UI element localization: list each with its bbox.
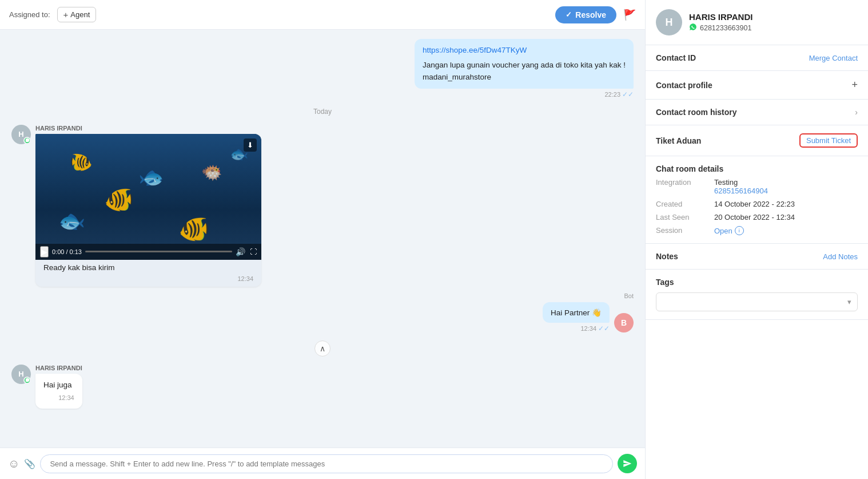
bot-label: Bot — [624, 292, 634, 299]
session-info-icon[interactable]: i — [735, 226, 744, 235]
bot-avatar: B — [614, 313, 634, 332]
outgoing-bubble: https://shope.ee/5fDw47TKyW Jangan lupa … — [415, 39, 634, 89]
input-area: ☺ 📎 — [0, 448, 645, 479]
contact-avatar: H — [656, 9, 682, 35]
chat-header: Assigned to: + Agent ✓ Resolve 🚩 — [0, 0, 645, 30]
messages-area: https://shope.ee/5fDw47TKyW Jangan lupa … — [0, 30, 645, 448]
agent-button[interactable]: + Agent — [57, 7, 97, 22]
send-button[interactable] — [618, 454, 637, 473]
whatsapp-dot-2 — [23, 377, 31, 384]
integration-value: Testing — [714, 178, 768, 187]
video-bubble: 🐠 🐟 🐠 🐡 🐟 🐠 🐟 ⬇ ▶ 0:00 / 0:13 — [35, 134, 261, 287]
sender-name-2: HARIS IRPANDI — [35, 365, 82, 371]
last-msg-time: 12:34 — [43, 393, 74, 403]
last-incoming-message: H HARIS IRPANDI Hai juga 12:34 — [11, 365, 634, 409]
add-profile-icon[interactable]: + — [851, 79, 858, 91]
last-seen-label: Last Seen — [656, 213, 707, 221]
incoming-bubble: Hai juga 12:34 — [35, 374, 82, 409]
tags-label: Tags — [656, 278, 858, 287]
contact-header: H HARIS IRPANDI 6281233663901 — [646, 0, 868, 45]
bot-message: Bot Hai Partner 👋 12:34 ✓✓ B — [11, 292, 634, 332]
download-button[interactable]: ⬇ — [244, 138, 257, 152]
video-controls: ▶ 0:00 / 0:13 🔊 ⛶ — [35, 244, 261, 260]
video-player: 🐠 🐟 🐠 🐡 🐟 🐠 🐟 ⬇ ▶ 0:00 / 0:13 — [35, 134, 261, 260]
check-icon: ✓ — [566, 10, 572, 19]
resolve-button[interactable]: ✓ Resolve — [555, 6, 616, 23]
incoming-video-message: H HARIS IRPANDI 🐠 🐟 🐠 🐡 — [11, 125, 634, 287]
outgoing-message: https://shope.ee/5fDw47TKyW Jangan lupa … — [11, 39, 634, 98]
tags-dropdown[interactable]: ▾ — [656, 292, 858, 311]
attach-button[interactable]: 📎 — [24, 458, 35, 469]
created-label: Created — [656, 200, 707, 208]
last-seen-row: Last Seen 20 October 2022 - 12:34 — [656, 213, 858, 221]
contact-room-history-label: Contact room history — [656, 108, 737, 117]
scroll-indicator: ∧ — [11, 341, 634, 357]
bot-tick-icon: ✓✓ — [598, 324, 610, 332]
session-label: Session — [656, 226, 707, 235]
created-value: 14 October 2022 - 22:23 — [714, 200, 795, 208]
msg-link: https://shope.ee/5fDw47TKyW — [423, 45, 626, 56]
play-button[interactable]: ▶ — [40, 246, 49, 258]
notes-section: Notes Add Notes — [646, 244, 868, 270]
video-message-time: 12:34 — [35, 274, 261, 287]
volume-icon[interactable]: 🔊 — [236, 247, 245, 256]
fullscreen-icon[interactable]: ⛶ — [250, 248, 257, 256]
whatsapp-dot — [23, 137, 31, 144]
avatar-wrap-2: H — [11, 365, 31, 384]
chat-room-details-section: Chat room details Integration Testing 62… — [646, 156, 868, 244]
contact-info: HARIS IRPANDI 6281233663901 — [689, 12, 858, 33]
contact-profile-section: Contact profile + — [646, 71, 868, 100]
merge-contact-button[interactable]: Merge Contact — [809, 54, 858, 62]
session-value: Open i — [714, 226, 744, 235]
date-divider: Today — [11, 108, 634, 116]
tiket-aduan-label: Tiket Aduan — [656, 136, 701, 145]
notes-label: Notes — [656, 252, 678, 261]
bot-content: Hai Partner 👋 12:34 ✓✓ — [543, 302, 610, 332]
contact-id-label: Contact ID — [656, 53, 696, 62]
double-tick-icon: ✓✓ — [622, 90, 634, 98]
scroll-up-button[interactable]: ∧ — [314, 341, 331, 357]
plus-icon: + — [63, 10, 69, 19]
created-row: Created 14 October 2022 - 22:23 — [656, 200, 858, 208]
contact-profile-label: Contact profile — [656, 81, 712, 90]
agent-button-label: Agent — [70, 10, 90, 19]
msg-content: HARIS IRPANDI 🐠 🐟 🐠 🐡 🐟 🐠 🐟 — [35, 125, 261, 287]
submit-ticket-button[interactable]: Submit Ticket — [799, 133, 858, 148]
tiket-aduan-section: Tiket Aduan Submit Ticket — [646, 125, 868, 156]
flag-icon[interactable]: 🚩 — [623, 9, 636, 21]
msg-text: Jangan lupa gunain voucher yang ada di t… — [423, 60, 626, 83]
contact-room-history-section[interactable]: Contact room history › — [646, 100, 868, 125]
tags-dropdown-arrow: ▾ — [847, 298, 851, 306]
right-sidebar: H HARIS IRPANDI 6281233663901 Contact ID… — [645, 0, 868, 479]
avatar-wrap: H — [11, 125, 31, 144]
emoji-button[interactable]: ☺ — [8, 457, 19, 470]
add-notes-button[interactable]: Add Notes — [823, 252, 858, 261]
bot-time: 12:34 ✓✓ — [580, 324, 610, 332]
chevron-right-icon[interactable]: › — [855, 108, 858, 117]
tags-section: Tags ▾ — [646, 270, 868, 320]
video-caption: Ready kak bisa kirim — [35, 260, 261, 274]
contact-id-section: Contact ID Merge Contact — [646, 45, 868, 71]
outgoing-time: 22:23 ✓✓ — [604, 90, 634, 98]
chat-container: Assigned to: + Agent ✓ Resolve 🚩 https:/… — [0, 0, 645, 479]
session-row: Session Open i — [656, 226, 858, 235]
contact-name: HARIS IRPANDI — [689, 12, 858, 22]
message-input[interactable] — [40, 454, 613, 473]
last-seen-value: 20 October 2022 - 12:34 — [714, 213, 795, 221]
sender-name: HARIS IRPANDI — [35, 125, 261, 132]
msg-content-2: HARIS IRPANDI Hai juga 12:34 — [35, 365, 82, 409]
bot-bubble: Hai Partner 👋 — [543, 302, 610, 323]
integration-id[interactable]: 6285156164904 — [714, 187, 768, 195]
progress-bar[interactable] — [85, 251, 232, 252]
assigned-label: Assigned to: — [9, 10, 50, 19]
integration-label: Integration — [656, 178, 707, 195]
whatsapp-icon — [689, 23, 697, 33]
video-time: 0:00 / 0:13 — [52, 248, 82, 255]
integration-row: Integration Testing 6285156164904 — [656, 178, 858, 195]
resolve-label: Resolve — [575, 10, 606, 19]
chat-room-details-label: Chat room details — [656, 164, 858, 173]
contact-phone: 6281233663901 — [689, 23, 858, 33]
